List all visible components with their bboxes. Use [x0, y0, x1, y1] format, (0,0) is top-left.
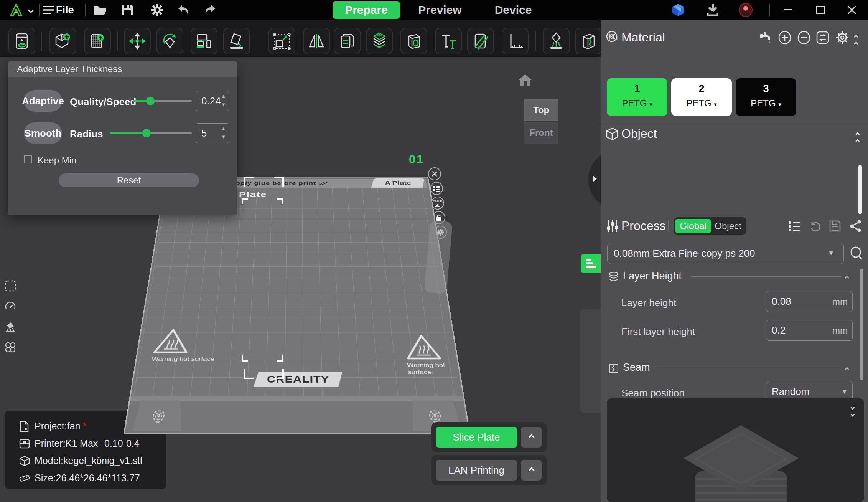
adaptive-layer-dialog: Adaptive Layer Thickness Adaptive Qualit… [8, 61, 237, 215]
preset-dropdown[interactable]: 0.08mm Extra Fine-copy ps 200 ▼ [607, 243, 844, 264]
reset-button[interactable]: Reset [59, 173, 199, 187]
swap-material-icon[interactable] [816, 31, 829, 45]
minimize-button[interactable] [779, 2, 797, 18]
keep-min-checkbox[interactable] [24, 155, 32, 163]
lay-flat-button[interactable] [223, 28, 250, 54]
open-folder-icon[interactable] [94, 3, 107, 17]
scale-button[interactable] [268, 28, 295, 54]
add-material-icon[interactable] [778, 31, 792, 45]
support-button[interactable] [543, 28, 570, 54]
spinner-arrows[interactable]: ▲▼ [221, 92, 226, 109]
adaptive-layer-button[interactable] [366, 28, 393, 54]
seam-position-label: Seam position [621, 387, 685, 399]
printer-info-row: Printer:K1 Max--0.10-0.4 [19, 438, 140, 449]
tab-prepare[interactable]: Prepare [333, 1, 400, 19]
lan-printing-button[interactable]: LAN Printing [436, 460, 517, 481]
layer-panel-button-active[interactable] [581, 254, 601, 273]
clover-icon[interactable] [5, 342, 16, 353]
divider [535, 31, 536, 51]
tab-device[interactable]: Device [484, 0, 542, 20]
printer-plate-button[interactable] [8, 28, 35, 54]
auto-arrange-button[interactable] [191, 28, 217, 54]
material-card-1[interactable]: 1 PETG ▾ [607, 78, 667, 116]
download-icon[interactable] [706, 3, 720, 17]
maximize-button[interactable] [812, 2, 829, 18]
paint-button[interactable] [467, 28, 494, 54]
clone-button[interactable] [334, 28, 361, 54]
plate-name-tab[interactable]: A Plate [371, 178, 425, 188]
object-collapse-icon[interactable] [856, 130, 859, 144]
radius-value-input[interactable]: 5 ▲▼ [196, 123, 229, 143]
scope-object-button[interactable]: Object [711, 219, 745, 233]
avatar[interactable] [739, 3, 753, 17]
hollow-button[interactable] [400, 28, 427, 54]
quality-value-input[interactable]: 0.24 ▲▼ [196, 91, 229, 111]
dropdown-arrow-icon: ▾ [714, 101, 717, 107]
add-text-button[interactable] [435, 28, 462, 54]
warning-text-right: Warning hot surface [407, 362, 460, 376]
adaptive-mode-button[interactable]: Adaptive [24, 90, 62, 112]
logo-chevron-down-icon[interactable] [24, 3, 38, 17]
tab-preview[interactable]: Preview [411, 0, 469, 20]
lan-options-button[interactable] [521, 460, 542, 481]
model-library-icon[interactable] [671, 3, 685, 17]
layer-height-input[interactable]: 0.08 mm [766, 291, 853, 312]
warning-triangle-right: Warning hot surface [404, 335, 460, 376]
edit-pencil-icon[interactable] [319, 181, 328, 185]
restore-icon[interactable] [809, 220, 822, 233]
slice-preview-card [607, 398, 864, 502]
mirror-button[interactable] [303, 28, 330, 54]
first-layer-height-input[interactable]: 0.2 mm [766, 320, 853, 341]
nav-arrow-icon[interactable] [592, 175, 598, 183]
hamburger-icon[interactable] [41, 3, 55, 17]
spotlight-icon[interactable] [5, 321, 16, 332]
rotate-button[interactable] [156, 28, 183, 54]
move-button[interactable] [124, 28, 151, 54]
seam-button[interactable] [575, 28, 602, 54]
material-collapse-icon[interactable] [855, 33, 858, 47]
app-logo[interactable] [9, 3, 23, 17]
close-button[interactable] [843, 2, 861, 18]
save-icon[interactable] [120, 3, 134, 17]
param-list-icon[interactable] [789, 221, 801, 232]
object-scrollbar[interactable] [858, 165, 862, 214]
add-plate-button[interactable] [84, 28, 111, 54]
expand-down-icon[interactable] [851, 404, 854, 418]
dropdown-arrow-icon: ▾ [778, 101, 781, 107]
quality-slider-thumb[interactable] [146, 97, 155, 105]
titlebar: File Prepare Preview Device [0, 0, 868, 20]
warning-triangle-left: Warning hot surface [151, 329, 217, 362]
share-preset-icon[interactable] [849, 220, 862, 233]
view-top-button[interactable]: Top [524, 99, 558, 121]
section-collapse-icon[interactable] [845, 365, 848, 372]
select-area-icon[interactable] [5, 280, 16, 292]
search-preset-icon[interactable] [850, 246, 863, 260]
redo-icon[interactable] [203, 3, 217, 17]
section-collapse-icon[interactable] [845, 274, 848, 281]
smooth-mode-button[interactable]: Smooth [24, 122, 62, 144]
spinner-arrows[interactable]: ▲▼ [221, 124, 226, 141]
gauge-icon[interactable] [5, 300, 16, 312]
dropdown-arrow-icon: ▼ [841, 388, 848, 396]
remove-material-icon[interactable] [797, 31, 811, 45]
home-view-icon[interactable] [518, 74, 532, 87]
material-card-3[interactable]: 3 PETG ▾ [736, 78, 796, 116]
measure-button[interactable] [502, 28, 529, 54]
selection-bracket [244, 177, 254, 187]
save-preset-icon[interactable] [829, 220, 841, 232]
slice-plate-button[interactable]: Slice Plate [436, 427, 517, 448]
panel-scrollbar[interactable] [860, 269, 863, 380]
material-settings-gear-icon[interactable] [835, 31, 849, 45]
scope-global-button[interactable]: Global [675, 219, 711, 233]
material-card-2[interactable]: 2 PETG ▾ [671, 78, 732, 116]
add-model-button[interactable] [49, 28, 76, 54]
undo-icon[interactable] [176, 3, 190, 17]
slice-options-button[interactable] [521, 427, 542, 448]
view-front-button[interactable]: Front [524, 122, 558, 144]
radius-slider-thumb[interactable] [142, 129, 151, 137]
settings-gear-icon[interactable] [150, 3, 164, 17]
file-menu[interactable]: File [56, 4, 74, 16]
flush-filament-icon[interactable] [759, 31, 772, 44]
plate-tab-left [132, 400, 184, 431]
dialog-title[interactable]: Adaptive Layer Thickness [8, 61, 237, 77]
